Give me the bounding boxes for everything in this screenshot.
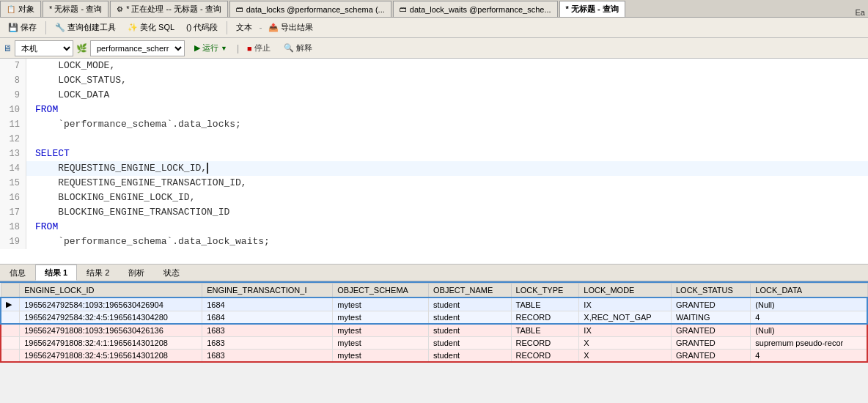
bottom-section: 信息 结果 1 结果 2 剖析 状态 ENGINE_LOCK_ID ENGINE… xyxy=(0,264,868,403)
line-content-8: LOCK_STATUS, xyxy=(26,73,127,88)
schema-icon: 🌿 xyxy=(76,43,87,53)
tab-untitled-query1[interactable]: * 无标题 - 查询 xyxy=(43,1,108,17)
run-icon: ▶ xyxy=(194,43,200,53)
code-line-9: 9 LOCK_DATA xyxy=(0,88,868,103)
stop-icon: ■ xyxy=(247,44,252,53)
code-line-11: 11 `performance_schema`.data_locks; xyxy=(0,117,868,132)
cell-lock-mode: IX xyxy=(579,297,672,311)
objects-icon: 📋 xyxy=(7,5,15,13)
tab-objects[interactable]: 📋 对象 xyxy=(0,1,41,17)
tab-processing[interactable]: ⚙ * 正在处理 -- 无标题 - 查询 xyxy=(110,1,228,17)
cell-engine-tx-id: 1684 xyxy=(202,297,333,311)
toolbar-1: 💾 保存 🔧 查询创建工具 ✨ 美化 SQL () 代码段 文本 - 📤 导出结… xyxy=(0,18,868,38)
row-indicator xyxy=(1,324,20,337)
export-results-button[interactable]: 📤 导出结果 xyxy=(263,20,318,36)
cell-object-name: student xyxy=(429,297,511,311)
line-content-9: LOCK_DATA xyxy=(26,88,109,103)
cell-lock-mode: IX xyxy=(579,324,672,337)
col-object-name[interactable]: OBJECT_NAME xyxy=(429,284,511,298)
row-indicator xyxy=(1,337,20,350)
cell-lock-status: GRANTED xyxy=(671,297,750,311)
tab-status[interactable]: 状态 xyxy=(154,265,189,281)
code-line-17: 17 BLOCKING_ENGINE_TRANSACTION_ID xyxy=(0,205,868,220)
cell-lock-data: (Null) xyxy=(751,297,867,311)
line-number-18: 18 xyxy=(0,220,26,234)
tab-data-locks[interactable]: 🗃 data_locks @performance_schema (... xyxy=(229,1,391,17)
cell-lock-type: RECORD xyxy=(511,350,579,363)
col-lock-mode[interactable]: LOCK_MODE xyxy=(579,284,672,298)
line-number-19: 19 xyxy=(0,234,26,249)
line-number-16: 16 xyxy=(0,191,26,205)
cell-object-schema: mytest xyxy=(333,297,429,311)
line-content-14: REQUESTING_ENGINE_LOCK_ID, xyxy=(26,161,208,176)
table-header-row: ENGINE_LOCK_ID ENGINE_TRANSACTION_I OBJE… xyxy=(1,284,867,298)
code-editor[interactable]: 7 LOCK_MODE,8 LOCK_STATUS,9 LOCK_DATA10F… xyxy=(0,59,868,264)
cell-lock-mode: X xyxy=(579,337,672,350)
code-snippet-button[interactable]: () 代码段 xyxy=(181,20,223,36)
col-engine-tx-id[interactable]: ENGINE_TRANSACTION_I xyxy=(202,284,333,298)
tab-info[interactable]: 信息 xyxy=(0,265,35,281)
col-object-schema[interactable]: OBJECT_SCHEMA xyxy=(333,284,429,298)
row-indicator xyxy=(1,350,20,363)
cell-lock-mode: X xyxy=(579,350,672,363)
cell-lock-type: RECORD xyxy=(511,337,579,350)
tab-untitled-query2[interactable]: * 无标题 - 查询 xyxy=(559,1,625,17)
code-line-16: 16 BLOCKING_ENGINE_LOCK_ID, xyxy=(0,191,868,205)
line-number-11: 11 xyxy=(0,117,26,132)
explain-button[interactable]: 🔍 解释 xyxy=(279,40,317,56)
line-number-12: 12 xyxy=(0,132,26,147)
line-number-8: 8 xyxy=(0,73,26,88)
cell-lock-data: 4 xyxy=(751,350,867,363)
line-content-13: SELECT xyxy=(26,147,70,161)
line-number-14: 14 xyxy=(0,161,26,176)
tab-results-1[interactable]: 结果 1 xyxy=(35,265,77,281)
code-line-12: 12 xyxy=(0,132,868,147)
line-content-10: FROM xyxy=(26,103,58,117)
col-indicator xyxy=(1,284,20,298)
tab-profile[interactable]: 剖析 xyxy=(119,265,154,281)
tab-results-2[interactable]: 结果 2 xyxy=(77,265,119,281)
save-button[interactable]: 💾 保存 xyxy=(3,20,42,36)
beautify-sql-button[interactable]: ✨ 美化 SQL xyxy=(122,20,180,36)
run-button[interactable]: ▶ 运行 ▼ xyxy=(188,40,234,56)
line-number-17: 17 xyxy=(0,205,26,220)
cell-object-schema: mytest xyxy=(333,337,429,350)
row-indicator xyxy=(1,311,20,325)
code-line-7: 7 LOCK_MODE, xyxy=(0,59,868,73)
line-content-15: REQUESTING_ENGINE_TRANSACTION_ID, xyxy=(26,176,247,191)
line-content-7: LOCK_MODE, xyxy=(26,59,115,73)
processing-icon: ⚙ xyxy=(117,5,123,13)
line-number-15: 15 xyxy=(0,176,26,191)
table-row[interactable]: 1965624791808:32:4:1:19656143012081683my… xyxy=(1,337,867,350)
table-icon-1: 🗃 xyxy=(236,5,243,13)
cell-engine-lock-id: 1965624792584:1093:1965630426904 xyxy=(20,297,202,311)
text-sep: - xyxy=(259,23,262,33)
code-line-15: 15 REQUESTING_ENGINE_TRANSACTION_ID, xyxy=(0,176,868,191)
tab-data-lock-waits[interactable]: 🗃 data_lock_waits @performance_sche... xyxy=(393,1,558,17)
connection-select[interactable]: 本机 xyxy=(15,40,73,56)
cell-lock-data: supremum pseudo-recor xyxy=(751,337,867,350)
cell-lock-data: 4 xyxy=(751,311,867,325)
col-lock-status[interactable]: LOCK_STATUS xyxy=(671,284,750,298)
cell-engine-lock-id: 1965624792584:32:4:5:1965614304280 xyxy=(20,311,202,325)
cell-object-name: student xyxy=(429,324,511,337)
code-line-19: 19 `performance_schema`.data_lock_waits; xyxy=(0,234,868,249)
table-row[interactable]: ▶1965624792584:1093:19656304269041684myt… xyxy=(1,297,867,311)
cell-lock-type: TABLE xyxy=(511,297,579,311)
stop-button[interactable]: ■ 停止 xyxy=(242,40,276,56)
table-row[interactable]: 1965624791808:1093:19656304261361683myte… xyxy=(1,324,867,337)
schema-select[interactable]: performance_scherr xyxy=(90,40,185,56)
col-lock-type[interactable]: LOCK_TYPE xyxy=(511,284,579,298)
results-table-wrapper: ENGINE_LOCK_ID ENGINE_TRANSACTION_I OBJE… xyxy=(0,281,868,403)
query-builder-button[interactable]: 🔧 查询创建工具 xyxy=(50,20,121,36)
table-row[interactable]: 1965624792584:32:4:5:19656143042801684my… xyxy=(1,311,867,325)
col-engine-lock-id[interactable]: ENGINE_LOCK_ID xyxy=(20,284,202,298)
cell-lock-status: GRANTED xyxy=(671,350,750,363)
code-line-14: 14 REQUESTING_ENGINE_LOCK_ID, xyxy=(0,161,868,176)
code-line-8: 8 LOCK_STATUS, xyxy=(0,73,868,88)
table-row[interactable]: 1965624791808:32:4:5:19656143012081683my… xyxy=(1,350,867,363)
line-content-17: BLOCKING_ENGINE_TRANSACTION_ID xyxy=(26,205,229,220)
col-lock-data[interactable]: LOCK_DATA xyxy=(751,284,867,298)
text-button[interactable]: 文本 xyxy=(231,20,257,36)
cell-lock-status: GRANTED xyxy=(671,324,750,337)
